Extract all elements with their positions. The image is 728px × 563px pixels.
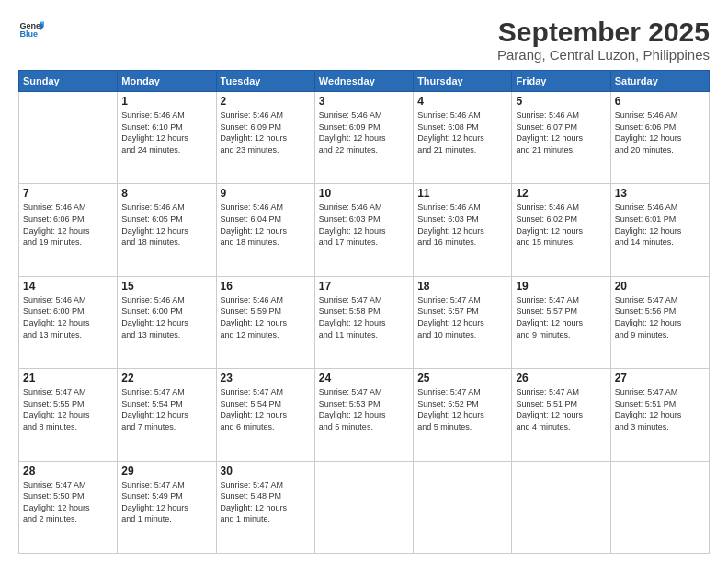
day-number: 8 — [121, 187, 211, 200]
day-number: 18 — [417, 280, 507, 293]
day-info: Sunrise: 5:46 AM Sunset: 6:03 PM Dayligh… — [417, 201, 507, 247]
page: General Blue September 2025 Parang, Cent… — [0, 0, 728, 563]
day-number: 22 — [121, 372, 211, 385]
header-sunday: Sunday — [19, 71, 118, 92]
table-row: 26Sunrise: 5:47 AM Sunset: 5:51 PM Dayli… — [512, 369, 610, 461]
day-number: 11 — [417, 187, 507, 200]
main-title: September 2025 — [497, 17, 710, 47]
day-info: Sunrise: 5:47 AM Sunset: 5:54 PM Dayligh… — [221, 386, 311, 432]
day-number: 30 — [221, 465, 311, 477]
table-row: 17Sunrise: 5:47 AM Sunset: 5:58 PM Dayli… — [314, 276, 413, 368]
table-row: 10Sunrise: 5:46 AM Sunset: 6:03 PM Dayli… — [314, 184, 413, 276]
day-info: Sunrise: 5:46 AM Sunset: 6:10 PM Dayligh… — [121, 109, 211, 155]
day-info: Sunrise: 5:46 AM Sunset: 6:08 PM Dayligh… — [417, 109, 507, 155]
table-row: 9Sunrise: 5:46 AM Sunset: 6:04 PM Daylig… — [216, 184, 314, 276]
table-row: 6Sunrise: 5:46 AM Sunset: 6:06 PM Daylig… — [610, 92, 709, 184]
day-number: 4 — [417, 95, 507, 108]
header-row: Sunday Monday Tuesday Wednesday Thursday… — [19, 71, 710, 92]
table-row: 19Sunrise: 5:47 AM Sunset: 5:57 PM Dayli… — [512, 276, 610, 368]
header-friday: Friday — [512, 71, 610, 92]
title-area: September 2025 Parang, Central Luzon, Ph… — [497, 17, 710, 63]
day-number: 6 — [615, 95, 705, 108]
table-row — [512, 461, 610, 553]
table-row: 12Sunrise: 5:46 AM Sunset: 6:02 PM Dayli… — [512, 184, 610, 276]
table-row: 8Sunrise: 5:46 AM Sunset: 6:05 PM Daylig… — [118, 184, 216, 276]
day-number: 24 — [319, 372, 409, 385]
day-info: Sunrise: 5:46 AM Sunset: 6:03 PM Dayligh… — [319, 201, 409, 247]
day-number: 2 — [221, 95, 311, 108]
day-number: 29 — [121, 465, 211, 477]
header-saturday: Saturday — [610, 71, 709, 92]
table-row: 4Sunrise: 5:46 AM Sunset: 6:08 PM Daylig… — [414, 92, 512, 184]
day-info: Sunrise: 5:47 AM Sunset: 5:51 PM Dayligh… — [516, 386, 606, 432]
day-number: 9 — [221, 187, 311, 200]
day-info: Sunrise: 5:47 AM Sunset: 5:48 PM Dayligh… — [221, 479, 311, 525]
table-row: 25Sunrise: 5:47 AM Sunset: 5:52 PM Dayli… — [414, 369, 512, 461]
table-row: 18Sunrise: 5:47 AM Sunset: 5:57 PM Dayli… — [414, 276, 512, 368]
table-row: 15Sunrise: 5:46 AM Sunset: 6:00 PM Dayli… — [118, 276, 216, 368]
table-row: 20Sunrise: 5:47 AM Sunset: 5:56 PM Dayli… — [610, 276, 709, 368]
header: General Blue September 2025 Parang, Cent… — [18, 17, 710, 63]
subtitle: Parang, Central Luzon, Philippines — [497, 47, 710, 63]
day-info: Sunrise: 5:46 AM Sunset: 6:00 PM Dayligh… — [23, 294, 113, 340]
day-info: Sunrise: 5:46 AM Sunset: 6:01 PM Dayligh… — [615, 201, 705, 247]
table-row: 13Sunrise: 5:46 AM Sunset: 6:01 PM Dayli… — [610, 184, 709, 276]
table-row: 28Sunrise: 5:47 AM Sunset: 5:50 PM Dayli… — [19, 461, 118, 553]
svg-text:Blue: Blue — [19, 29, 38, 39]
day-info: Sunrise: 5:46 AM Sunset: 6:09 PM Dayligh… — [221, 109, 311, 155]
day-info: Sunrise: 5:46 AM Sunset: 6:07 PM Dayligh… — [516, 109, 606, 155]
table-row: 7Sunrise: 5:46 AM Sunset: 6:06 PM Daylig… — [19, 184, 118, 276]
day-number: 27 — [615, 372, 705, 385]
day-info: Sunrise: 5:47 AM Sunset: 5:51 PM Dayligh… — [615, 386, 705, 432]
table-row: 23Sunrise: 5:47 AM Sunset: 5:54 PM Dayli… — [216, 369, 314, 461]
day-number: 5 — [516, 95, 606, 108]
day-number: 10 — [319, 187, 409, 200]
day-info: Sunrise: 5:46 AM Sunset: 5:59 PM Dayligh… — [221, 294, 311, 340]
day-info: Sunrise: 5:46 AM Sunset: 6:04 PM Dayligh… — [221, 201, 311, 247]
day-number: 15 — [121, 280, 211, 293]
table-row: 2Sunrise: 5:46 AM Sunset: 6:09 PM Daylig… — [216, 92, 314, 184]
header-wednesday: Wednesday — [314, 71, 413, 92]
table-row — [610, 461, 709, 553]
table-row: 11Sunrise: 5:46 AM Sunset: 6:03 PM Dayli… — [414, 184, 512, 276]
day-info: Sunrise: 5:47 AM Sunset: 5:55 PM Dayligh… — [23, 386, 113, 432]
day-number: 20 — [615, 280, 705, 293]
table-row: 30Sunrise: 5:47 AM Sunset: 5:48 PM Dayli… — [216, 461, 314, 553]
header-thursday: Thursday — [414, 71, 512, 92]
day-number: 12 — [516, 187, 606, 200]
header-tuesday: Tuesday — [216, 71, 314, 92]
calendar-header: Sunday Monday Tuesday Wednesday Thursday… — [19, 71, 710, 92]
table-row: 5Sunrise: 5:46 AM Sunset: 6:07 PM Daylig… — [512, 92, 610, 184]
day-info: Sunrise: 5:47 AM Sunset: 5:57 PM Dayligh… — [516, 294, 606, 340]
day-number: 19 — [516, 280, 606, 293]
day-info: Sunrise: 5:46 AM Sunset: 6:06 PM Dayligh… — [23, 201, 113, 247]
day-info: Sunrise: 5:46 AM Sunset: 6:00 PM Dayligh… — [121, 294, 211, 340]
day-number: 3 — [319, 95, 409, 108]
day-number: 28 — [23, 465, 113, 477]
day-info: Sunrise: 5:47 AM Sunset: 5:49 PM Dayligh… — [121, 479, 211, 525]
day-info: Sunrise: 5:47 AM Sunset: 5:53 PM Dayligh… — [319, 386, 409, 432]
day-number: 23 — [221, 372, 311, 385]
day-info: Sunrise: 5:46 AM Sunset: 6:02 PM Dayligh… — [516, 201, 606, 247]
table-row — [414, 461, 512, 553]
calendar-body: 1Sunrise: 5:46 AM Sunset: 6:10 PM Daylig… — [19, 92, 710, 554]
table-row — [314, 461, 413, 553]
table-row: 27Sunrise: 5:47 AM Sunset: 5:51 PM Dayli… — [610, 369, 709, 461]
day-number: 1 — [121, 95, 211, 108]
table-row: 24Sunrise: 5:47 AM Sunset: 5:53 PM Dayli… — [314, 369, 413, 461]
day-number: 16 — [221, 280, 311, 293]
day-number: 21 — [23, 372, 113, 385]
table-row: 29Sunrise: 5:47 AM Sunset: 5:49 PM Dayli… — [118, 461, 216, 553]
day-info: Sunrise: 5:47 AM Sunset: 5:50 PM Dayligh… — [23, 479, 113, 525]
table-row: 22Sunrise: 5:47 AM Sunset: 5:54 PM Dayli… — [118, 369, 216, 461]
day-number: 13 — [615, 187, 705, 200]
day-number: 26 — [516, 372, 606, 385]
day-info: Sunrise: 5:46 AM Sunset: 6:09 PM Dayligh… — [319, 109, 409, 155]
table-row: 21Sunrise: 5:47 AM Sunset: 5:55 PM Dayli… — [19, 369, 118, 461]
day-info: Sunrise: 5:46 AM Sunset: 6:05 PM Dayligh… — [121, 201, 211, 247]
day-number: 14 — [23, 280, 113, 293]
table-row: 14Sunrise: 5:46 AM Sunset: 6:00 PM Dayli… — [19, 276, 118, 368]
day-info: Sunrise: 5:46 AM Sunset: 6:06 PM Dayligh… — [615, 109, 705, 155]
day-info: Sunrise: 5:47 AM Sunset: 5:57 PM Dayligh… — [417, 294, 507, 340]
table-row: 3Sunrise: 5:46 AM Sunset: 6:09 PM Daylig… — [314, 92, 413, 184]
